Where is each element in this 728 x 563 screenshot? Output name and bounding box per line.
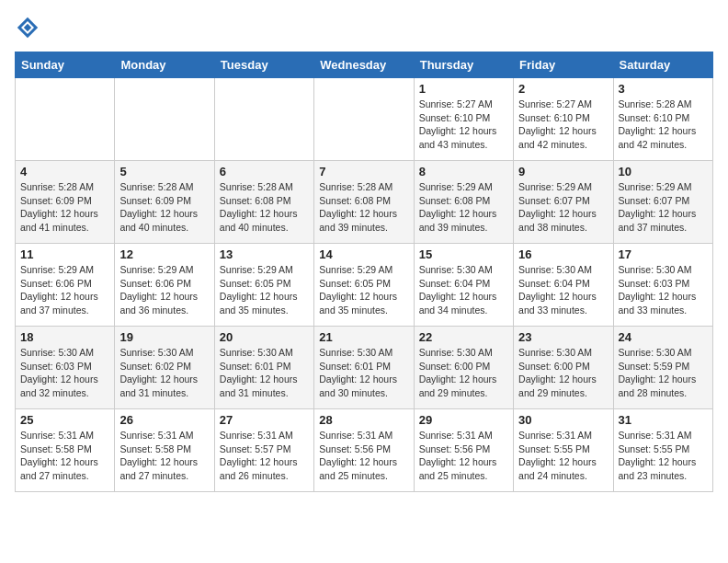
- weekday-header-wednesday: Wednesday: [314, 52, 414, 78]
- calendar-cell: 11Sunrise: 5:29 AM Sunset: 6:06 PM Dayli…: [16, 244, 115, 327]
- day-info: Sunrise: 5:28 AM Sunset: 6:09 PM Dayligh…: [119, 180, 209, 235]
- day-info: Sunrise: 5:31 AM Sunset: 5:55 PM Dayligh…: [518, 429, 608, 483]
- day-info: Sunrise: 5:31 AM Sunset: 5:58 PM Dayligh…: [20, 429, 109, 483]
- logo-icon: [15, 15, 40, 40]
- calendar-cell: 12Sunrise: 5:29 AM Sunset: 6:06 PM Dayli…: [115, 244, 214, 327]
- day-info: Sunrise: 5:29 AM Sunset: 6:07 PM Dayligh…: [518, 180, 608, 235]
- day-number: 13: [220, 247, 309, 261]
- day-number: 26: [119, 413, 209, 427]
- calendar-cell: 21Sunrise: 5:30 AM Sunset: 6:01 PM Dayli…: [314, 327, 414, 409]
- week-row-4: 18Sunrise: 5:30 AM Sunset: 6:03 PM Dayli…: [16, 327, 713, 409]
- calendar-cell: 15Sunrise: 5:30 AM Sunset: 6:04 PM Dayli…: [414, 244, 513, 327]
- day-info: Sunrise: 5:29 AM Sunset: 6:06 PM Dayligh…: [20, 263, 109, 317]
- day-info: Sunrise: 5:30 AM Sunset: 6:04 PM Dayligh…: [518, 263, 608, 317]
- calendar-cell: 18Sunrise: 5:30 AM Sunset: 6:03 PM Dayli…: [16, 327, 115, 409]
- day-number: 23: [518, 330, 608, 344]
- day-info: Sunrise: 5:29 AM Sunset: 6:05 PM Dayligh…: [220, 263, 309, 317]
- day-number: 22: [419, 330, 508, 344]
- weekday-header-sunday: Sunday: [16, 52, 115, 78]
- day-info: Sunrise: 5:30 AM Sunset: 6:01 PM Dayligh…: [319, 346, 408, 400]
- day-info: Sunrise: 5:29 AM Sunset: 6:08 PM Dayligh…: [419, 180, 508, 235]
- day-number: 7: [319, 165, 408, 178]
- day-number: 17: [619, 247, 708, 261]
- day-info: Sunrise: 5:28 AM Sunset: 6:10 PM Dayligh…: [619, 98, 708, 152]
- calendar-cell: [214, 78, 313, 161]
- day-number: 18: [20, 330, 109, 344]
- calendar-cell: 27Sunrise: 5:31 AM Sunset: 5:57 PM Dayli…: [214, 409, 313, 492]
- day-info: Sunrise: 5:31 AM Sunset: 5:58 PM Dayligh…: [119, 429, 209, 483]
- calendar-cell: [115, 78, 214, 161]
- day-info: Sunrise: 5:27 AM Sunset: 6:10 PM Dayligh…: [419, 98, 508, 152]
- day-info: Sunrise: 5:31 AM Sunset: 5:56 PM Dayligh…: [319, 429, 408, 483]
- day-number: 19: [119, 330, 209, 344]
- weekday-header-thursday: Thursday: [414, 52, 513, 78]
- day-number: 5: [119, 165, 209, 178]
- day-number: 12: [119, 247, 209, 261]
- calendar-cell: 20Sunrise: 5:30 AM Sunset: 6:01 PM Dayli…: [214, 327, 313, 409]
- day-number: 2: [518, 82, 608, 96]
- calendar-cell: 19Sunrise: 5:30 AM Sunset: 6:02 PM Dayli…: [115, 327, 214, 409]
- day-number: 30: [518, 413, 608, 427]
- day-number: 3: [619, 82, 708, 96]
- day-info: Sunrise: 5:31 AM Sunset: 5:56 PM Dayligh…: [419, 429, 508, 483]
- calendar-cell: [16, 78, 115, 161]
- day-info: Sunrise: 5:30 AM Sunset: 6:04 PM Dayligh…: [419, 263, 508, 317]
- day-number: 31: [619, 413, 708, 427]
- day-number: 28: [319, 413, 408, 427]
- day-number: 16: [518, 247, 608, 261]
- calendar-cell: 1Sunrise: 5:27 AM Sunset: 6:10 PM Daylig…: [414, 78, 513, 161]
- calendar-cell: 30Sunrise: 5:31 AM Sunset: 5:55 PM Dayli…: [514, 409, 613, 492]
- day-info: Sunrise: 5:30 AM Sunset: 6:03 PM Dayligh…: [20, 346, 109, 400]
- calendar-cell: 26Sunrise: 5:31 AM Sunset: 5:58 PM Dayli…: [115, 409, 214, 492]
- logo: [15, 15, 44, 40]
- header: [15, 15, 713, 40]
- calendar-cell: 31Sunrise: 5:31 AM Sunset: 5:55 PM Dayli…: [613, 409, 712, 492]
- day-info: Sunrise: 5:28 AM Sunset: 6:09 PM Dayligh…: [20, 180, 109, 235]
- day-number: 20: [220, 330, 309, 344]
- day-number: 27: [220, 413, 309, 427]
- week-row-5: 25Sunrise: 5:31 AM Sunset: 5:58 PM Dayli…: [16, 409, 713, 492]
- day-number: 29: [419, 413, 508, 427]
- day-number: 10: [619, 165, 708, 178]
- day-info: Sunrise: 5:31 AM Sunset: 5:57 PM Dayligh…: [220, 429, 309, 483]
- weekday-header-friday: Friday: [514, 52, 613, 78]
- day-info: Sunrise: 5:28 AM Sunset: 6:08 PM Dayligh…: [319, 180, 408, 235]
- day-info: Sunrise: 5:30 AM Sunset: 6:02 PM Dayligh…: [119, 346, 209, 400]
- calendar-cell: 13Sunrise: 5:29 AM Sunset: 6:05 PM Dayli…: [214, 244, 313, 327]
- day-number: 1: [419, 82, 508, 96]
- calendar-cell: 23Sunrise: 5:30 AM Sunset: 6:00 PM Dayli…: [514, 327, 613, 409]
- day-number: 25: [20, 413, 109, 427]
- calendar-cell: 4Sunrise: 5:28 AM Sunset: 6:09 PM Daylig…: [16, 161, 115, 244]
- day-info: Sunrise: 5:29 AM Sunset: 6:05 PM Dayligh…: [319, 263, 408, 317]
- day-info: Sunrise: 5:29 AM Sunset: 6:06 PM Dayligh…: [119, 263, 209, 317]
- weekday-header-tuesday: Tuesday: [214, 52, 313, 78]
- day-info: Sunrise: 5:27 AM Sunset: 6:10 PM Dayligh…: [518, 98, 608, 152]
- day-info: Sunrise: 5:28 AM Sunset: 6:08 PM Dayligh…: [220, 180, 309, 235]
- calendar-cell: 2Sunrise: 5:27 AM Sunset: 6:10 PM Daylig…: [514, 78, 613, 161]
- day-number: 6: [220, 165, 309, 178]
- calendar-cell: 10Sunrise: 5:29 AM Sunset: 6:07 PM Dayli…: [613, 161, 712, 244]
- calendar-cell: 24Sunrise: 5:30 AM Sunset: 5:59 PM Dayli…: [613, 327, 712, 409]
- calendar-cell: 5Sunrise: 5:28 AM Sunset: 6:09 PM Daylig…: [115, 161, 214, 244]
- day-number: 11: [20, 247, 109, 261]
- day-number: 15: [419, 247, 508, 261]
- calendar-cell: 3Sunrise: 5:28 AM Sunset: 6:10 PM Daylig…: [613, 78, 712, 161]
- day-number: 9: [518, 165, 608, 178]
- week-row-1: 1Sunrise: 5:27 AM Sunset: 6:10 PM Daylig…: [16, 78, 713, 161]
- day-info: Sunrise: 5:30 AM Sunset: 5:59 PM Dayligh…: [619, 346, 708, 400]
- weekday-header-saturday: Saturday: [613, 52, 712, 78]
- day-number: 4: [20, 165, 109, 178]
- calendar-cell: 28Sunrise: 5:31 AM Sunset: 5:56 PM Dayli…: [314, 409, 414, 492]
- day-info: Sunrise: 5:30 AM Sunset: 6:01 PM Dayligh…: [220, 346, 309, 400]
- calendar-cell: 25Sunrise: 5:31 AM Sunset: 5:58 PM Dayli…: [16, 409, 115, 492]
- calendar-cell: 14Sunrise: 5:29 AM Sunset: 6:05 PM Dayli…: [314, 244, 414, 327]
- day-info: Sunrise: 5:30 AM Sunset: 6:00 PM Dayligh…: [419, 346, 508, 400]
- calendar-cell: 16Sunrise: 5:30 AM Sunset: 6:04 PM Dayli…: [514, 244, 613, 327]
- calendar-table: SundayMondayTuesdayWednesdayThursdayFrid…: [15, 52, 713, 492]
- day-number: 24: [619, 330, 708, 344]
- calendar-cell: 17Sunrise: 5:30 AM Sunset: 6:03 PM Dayli…: [613, 244, 712, 327]
- day-info: Sunrise: 5:31 AM Sunset: 5:55 PM Dayligh…: [619, 429, 708, 483]
- calendar-cell: [314, 78, 414, 161]
- week-row-2: 4Sunrise: 5:28 AM Sunset: 6:09 PM Daylig…: [16, 161, 713, 244]
- day-number: 21: [319, 330, 408, 344]
